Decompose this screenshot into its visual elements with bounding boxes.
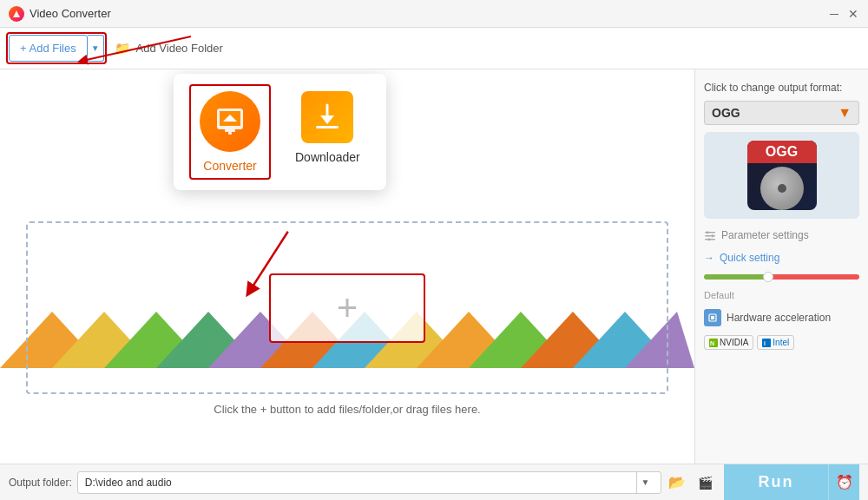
- main-panel: Converter Downloader: [0, 69, 694, 464]
- toolbar: + Add Files ▼ 📁 Add Video Folder: [0, 28, 868, 69]
- intel-badge: i Intel: [757, 335, 794, 350]
- title-bar: Video Converter ─ ✕: [0, 0, 868, 28]
- format-preview: OGG: [704, 132, 859, 219]
- speed-slider[interactable]: [704, 274, 859, 280]
- clip-button[interactable]: 🎬: [693, 471, 717, 494]
- param-settings-button[interactable]: Parameter settings: [704, 226, 859, 245]
- folder-open-icon: 📂: [668, 474, 686, 490]
- add-files-dropdown[interactable]: ▼: [88, 35, 104, 62]
- hw-icon: [704, 309, 721, 326]
- path-dropdown[interactable]: ▼: [636, 472, 654, 493]
- intel-icon: i: [762, 339, 771, 347]
- gpu-badges: N NVIDIA i Intel: [704, 335, 859, 350]
- drop-zone[interactable]: +: [26, 221, 668, 394]
- format-value: OGG: [712, 106, 740, 120]
- converter-wrapper: Converter: [200, 91, 260, 173]
- app-icon: [9, 6, 24, 22]
- converter-button[interactable]: Converter: [200, 91, 260, 173]
- chevron-down-icon: ▼: [91, 43, 100, 53]
- svg-point-27: [707, 231, 709, 234]
- annotation-arrows: [0, 28, 712, 69]
- content-area: Converter Downloader: [0, 69, 868, 464]
- svg-point-31: [708, 238, 711, 240]
- plus-icon: +: [337, 290, 358, 326]
- drop-hint: Click the + button to add files/folder,o…: [0, 403, 694, 416]
- svg-rect-33: [711, 316, 714, 319]
- close-button[interactable]: ✕: [847, 8, 859, 20]
- downloader-button[interactable]: Downloader: [295, 91, 360, 173]
- format-label: Click to change output format:: [704, 82, 859, 94]
- downloader-icon: [301, 91, 353, 143]
- browse-folder-button[interactable]: 📂: [665, 471, 689, 494]
- minimize-button[interactable]: ─: [828, 8, 840, 20]
- folder-icon: 📁: [115, 41, 131, 56]
- svg-marker-9: [320, 115, 334, 124]
- ogg-icon: OGG: [747, 141, 817, 210]
- ogg-disc: [760, 167, 804, 210]
- slider-thumb[interactable]: [763, 272, 773, 282]
- param-icon: [704, 229, 716, 241]
- svg-text:N: N: [710, 340, 714, 346]
- svg-rect-6: [225, 129, 235, 132]
- alarm-icon: ⏰: [836, 474, 853, 490]
- window-title: Video Converter: [30, 7, 828, 20]
- quick-setting[interactable]: Quick setting: [704, 252, 859, 264]
- alarm-button[interactable]: ⏰: [828, 464, 859, 501]
- window-controls: ─ ✕: [828, 8, 859, 20]
- svg-rect-7: [228, 132, 232, 135]
- format-select[interactable]: OGG ▼: [704, 101, 859, 125]
- app-body: + Add Files ▼ 📁 Add Video Folder: [0, 28, 868, 500]
- nvidia-badge: N NVIDIA: [704, 335, 753, 350]
- chevron-down-icon: ▼: [838, 105, 852, 121]
- output-path-input[interactable]: [85, 477, 636, 489]
- right-sidebar: Click to change output format: OGG ▼ OGG: [694, 69, 868, 464]
- nvidia-icon: N: [709, 339, 718, 347]
- film-icon: 🎬: [698, 476, 713, 490]
- add-files-group: + Add Files ▼: [9, 35, 104, 62]
- run-button[interactable]: Run: [724, 464, 828, 501]
- downloader-label: Downloader: [295, 150, 360, 164]
- add-button[interactable]: +: [269, 273, 425, 343]
- hw-accel-button[interactable]: Hardware acceleration: [704, 307, 859, 328]
- svg-marker-0: [13, 10, 20, 17]
- add-folder-button[interactable]: 📁 Add Video Folder: [115, 41, 223, 56]
- mode-popup: Converter Downloader: [174, 74, 386, 190]
- ogg-label: OGG: [747, 141, 817, 163]
- converter-label: Converter: [203, 159, 256, 173]
- add-files-button[interactable]: + Add Files: [9, 35, 88, 62]
- svg-text:i: i: [764, 340, 766, 346]
- output-label: Output folder:: [9, 477, 72, 489]
- svg-rect-10: [316, 126, 339, 128]
- svg-point-29: [712, 234, 714, 237]
- output-path-container: ▼: [77, 471, 661, 494]
- bottom-bar: Output folder: ▼ 📂 🎬 Run ⏰: [0, 464, 868, 500]
- default-label: Default: [704, 290, 859, 300]
- converter-icon: [200, 91, 260, 152]
